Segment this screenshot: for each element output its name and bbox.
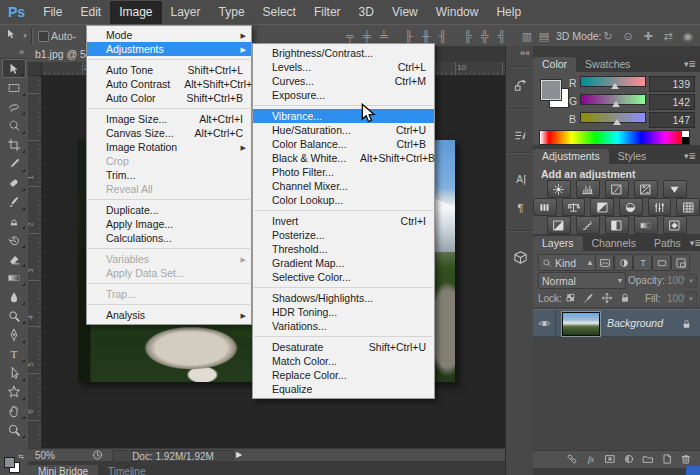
adjustments-submenu-item-brightness-contrast[interactable]: Brightness/Contrast... <box>253 46 434 60</box>
image-menu-item-trap[interactable]: Trap... <box>87 287 251 301</box>
menu-filter[interactable]: Filter <box>305 1 350 24</box>
adjustments-submenu-item-black-white[interactable]: Black & White...Alt+Shift+Ctrl+B <box>253 151 434 165</box>
path-selection-tool[interactable] <box>2 363 26 382</box>
adjustments-submenu-item-curves[interactable]: Curves...Ctrl+M <box>253 74 434 88</box>
distribute-width-icon[interactable]: ▤ <box>536 25 552 47</box>
menu-file[interactable]: File <box>34 1 71 24</box>
slider-thumb[interactable] <box>611 83 619 89</box>
color-spectrum-bar[interactable] <box>539 130 690 145</box>
adjustments-submenu-item-photo-filter[interactable]: Photo Filter... <box>253 165 434 179</box>
layer-style[interactable]: fx <box>585 451 597 469</box>
lock-all[interactable] <box>617 291 633 305</box>
adjustments-submenu-item-threshold[interactable]: Threshold... <box>253 242 434 256</box>
layers-tab-channels[interactable]: Channels <box>583 236 645 251</box>
move-tool[interactable] <box>2 59 26 78</box>
adjustments-submenu-item-match-color[interactable]: Match Color... <box>253 354 434 368</box>
adjustments-submenu-item-invert[interactable]: InvertCtrl+I <box>253 214 434 228</box>
rectangular-marquee-tool[interactable] <box>2 78 26 97</box>
photo-filter-adjustment[interactable] <box>619 198 643 216</box>
adjustments-submenu-item-replace-color[interactable]: Replace Color... <box>253 368 434 382</box>
curves-adjustment[interactable] <box>605 180 629 198</box>
custom-shape-tool[interactable] <box>2 382 26 401</box>
color-tab-color[interactable]: Color <box>533 57 576 72</box>
blend-mode-select[interactable]: Normal ▾ <box>538 272 626 289</box>
slider-thumb[interactable] <box>612 101 620 107</box>
vibrance-adjustment[interactable] <box>663 180 687 198</box>
menu-help[interactable]: Help <box>487 1 530 24</box>
adjustments-tab-adjustments[interactable]: Adjustments <box>533 149 609 164</box>
distribute-height-icon[interactable]: ▥ <box>519 25 535 47</box>
3d-scale-icon[interactable]: ◉ <box>680 25 696 47</box>
brush-tool[interactable] <box>2 192 26 211</box>
adjustments-submenu-item-desaturate[interactable]: DesaturateShift+Ctrl+U <box>253 340 434 354</box>
lock-image[interactable] <box>581 291 597 305</box>
image-menu-item-crop[interactable]: Crop <box>87 154 251 168</box>
color-balance-adjustment[interactable] <box>562 198 586 216</box>
zoom-level-field[interactable]: 50% <box>35 450 55 461</box>
auto-select-checkbox[interactable] <box>38 31 49 42</box>
link-layers[interactable] <box>566 451 578 469</box>
zoom-tool[interactable] <box>2 420 26 439</box>
add-mask[interactable] <box>604 451 616 469</box>
adjustments-submenu-item-selective-color[interactable]: Selective Color... <box>253 270 434 284</box>
collapse-panels-icon[interactable]: «« <box>506 48 534 58</box>
lasso-tool[interactable] <box>2 97 26 116</box>
history-panel[interactable] <box>506 78 534 97</box>
pixel-layer-filter[interactable] <box>595 254 614 271</box>
adjustments-submenu-item-variations[interactable]: Variations... <box>253 319 434 333</box>
color-lookup-adjustment[interactable] <box>676 198 700 216</box>
new-adjustment[interactable] <box>623 451 635 469</box>
3d-slide-icon[interactable]: ⇄ <box>660 25 676 47</box>
color-tab-swatches[interactable]: Swatches <box>576 57 640 72</box>
adjustments-submenu-item-hdr-toning[interactable]: HDR Toning... <box>253 305 434 319</box>
type-tool[interactable]: T <box>2 344 26 363</box>
image-menu-item-trim[interactable]: Trim... <box>87 168 251 182</box>
eraser-tool[interactable] <box>2 249 26 268</box>
clone-stamp-tool[interactable] <box>2 211 26 230</box>
blur-tool[interactable] <box>2 287 26 306</box>
character-panel[interactable]: A <box>506 172 534 191</box>
menu-select[interactable]: Select <box>254 1 305 24</box>
spot-healing-brush-tool[interactable] <box>2 173 26 192</box>
adjustments-submenu-item-channel-mixer[interactable]: Channel Mixer... <box>253 179 434 193</box>
image-menu-item-auto-contrast[interactable]: Auto ContrastAlt+Shift+Ctrl+L <box>87 77 251 91</box>
align-right-edges-icon[interactable]: ╢ <box>435 25 451 47</box>
new-group[interactable] <box>642 451 654 469</box>
black-white-adjustment[interactable] <box>590 198 614 216</box>
channel-value-b[interactable]: 147 <box>649 112 695 128</box>
distribute-center-icon[interactable]: ╬ <box>477 25 493 47</box>
menu-image[interactable]: Image <box>110 1 161 24</box>
adjustments-submenu-item-exposure[interactable]: Exposure... <box>253 88 434 102</box>
adjustments-tab-styles[interactable]: Styles <box>609 149 656 164</box>
lock-position[interactable] <box>599 291 615 305</box>
layers-tab-layers[interactable]: Layers <box>533 236 583 251</box>
exposure-adjustment[interactable] <box>634 180 658 198</box>
image-menu-item-calculations[interactable]: Calculations... <box>87 231 251 245</box>
menu-edit[interactable]: Edit <box>71 1 110 24</box>
gradient-map-adjustment[interactable] <box>634 216 658 234</box>
panel-menu-icon[interactable]: ▾≣ <box>690 236 700 251</box>
menu-layer[interactable]: Layer <box>162 1 210 24</box>
image-menu-item-apply-data-set[interactable]: Apply Data Set... <box>87 266 251 280</box>
image-menu-item-canvas-size[interactable]: Canvas Size...Alt+Ctrl+C <box>87 126 251 140</box>
layer-row-background[interactable]: Background <box>533 309 700 337</box>
image-menu-item-auto-tone[interactable]: Auto ToneShift+Ctrl+L <box>87 63 251 77</box>
panel-menu-icon[interactable]: ▾≣ <box>684 57 700 72</box>
crop-tool[interactable] <box>2 135 26 154</box>
type-layer-filter[interactable]: T <box>633 254 652 271</box>
adjustments-submenu-item-shadows-highlights[interactable]: Shadows/Highlights... <box>253 291 434 305</box>
eyedropper-tool[interactable] <box>2 154 26 173</box>
foreground-color-swatch[interactable] <box>4 457 15 468</box>
paragraph-panel[interactable]: ¶ <box>506 200 534 219</box>
image-menu-item-apply-image[interactable]: Apply Image... <box>87 217 251 231</box>
gradient-tool[interactable] <box>2 268 26 287</box>
adjustments-submenu-item-hue-saturation[interactable]: Hue/Saturation...Ctrl+U <box>253 123 434 137</box>
adjustments-submenu-item-vibrance[interactable]: Vibrance... <box>253 109 434 123</box>
bottom-tab-timeline[interactable]: Timeline <box>98 465 155 475</box>
selective-color-adjustment[interactable] <box>663 216 687 234</box>
smart-object-filter[interactable] <box>671 254 690 271</box>
shape-layer-filter[interactable] <box>652 254 671 271</box>
bottom-tab-mini-bridge[interactable]: Mini Bridge <box>28 465 98 475</box>
channel-value-r[interactable]: 139 <box>649 76 695 92</box>
adjustments-submenu-item-gradient-map[interactable]: Gradient Map... <box>253 256 434 270</box>
